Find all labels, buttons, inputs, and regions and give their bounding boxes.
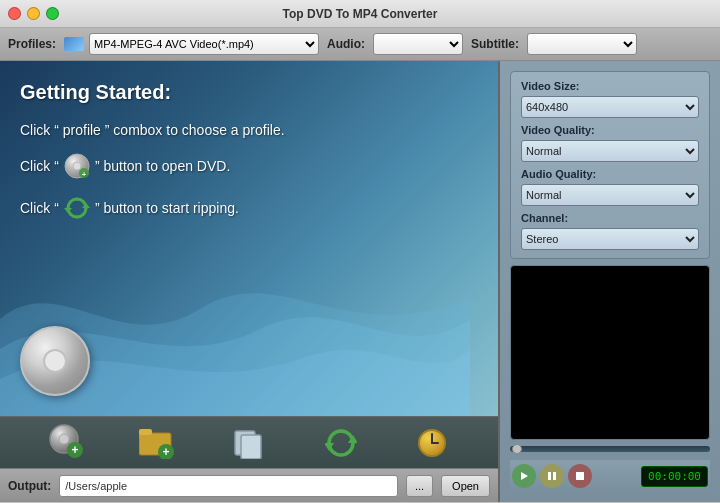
playback-controls: 00:00:00 [510, 460, 710, 492]
add-dvd-button[interactable]: + [47, 424, 85, 462]
svg-text:+: + [82, 170, 87, 179]
add-folder-button[interactable]: + [138, 424, 176, 462]
video-size-label: Video Size: [521, 80, 699, 92]
audio-quality-label: Audio Quality: [521, 168, 699, 180]
browse-button[interactable]: ... [406, 475, 433, 497]
stop-button[interactable] [568, 464, 592, 488]
left-panel: Getting Started: Click “ profile ” combo… [0, 61, 500, 502]
output-path-input[interactable] [59, 475, 398, 497]
left-toolbar: + + [0, 416, 498, 468]
output-label: Output: [8, 479, 51, 493]
open-dvd-icon: + [63, 152, 91, 180]
profiles-label: Profiles: [8, 37, 56, 51]
video-size-select[interactable]: 640x480 320x240 720x480 1280x720 [521, 96, 699, 118]
instruction-line-2: Click “ [20, 152, 478, 180]
svg-rect-26 [576, 472, 584, 480]
seek-thumb[interactable] [512, 444, 522, 454]
pause-button[interactable] [540, 464, 564, 488]
audio-quality-select[interactable]: Normal Low High [521, 184, 699, 206]
getting-started-area: Getting Started: Click “ profile ” combo… [0, 61, 498, 416]
audio-select[interactable] [373, 33, 463, 55]
instruction-line-1: Click “ profile ” combox to choose a pro… [20, 122, 478, 138]
svg-rect-25 [553, 472, 556, 480]
main-toolbar: Profiles: MP4-MPEG-4 AVC Video(*.mp4) Au… [0, 28, 720, 61]
audio-label: Audio: [327, 37, 365, 51]
getting-started-title: Getting Started: [20, 81, 478, 104]
maximize-button[interactable] [46, 7, 59, 20]
dvd-disc-decoration [20, 326, 90, 396]
svg-text:+: + [163, 445, 170, 459]
instruction-line-3: Click “ ” button to st [20, 194, 478, 222]
seek-bar[interactable] [510, 446, 710, 452]
main-content: Getting Started: Click “ profile ” combo… [0, 61, 720, 502]
subtitle-select[interactable] [527, 33, 637, 55]
video-quality-select[interactable]: Normal Low High Very High [521, 140, 699, 162]
video-preview [510, 265, 710, 440]
svg-text:+: + [71, 443, 78, 457]
play-button[interactable] [512, 464, 536, 488]
window-controls [8, 7, 59, 20]
instructions: Click “ profile ” combox to choose a pro… [20, 122, 478, 222]
convert-button[interactable] [322, 424, 360, 462]
profiles-select[interactable]: MP4-MPEG-4 AVC Video(*.mp4) [89, 33, 319, 55]
svg-marker-23 [521, 472, 528, 480]
svg-rect-24 [548, 472, 551, 480]
output-bar: Output: ... Open [0, 468, 498, 502]
start-ripping-icon [63, 194, 91, 222]
svg-rect-17 [241, 435, 261, 459]
svg-point-2 [73, 162, 81, 170]
subtitle-label: Subtitle: [471, 37, 519, 51]
close-button[interactable] [8, 7, 21, 20]
time-display: 00:00:00 [641, 466, 708, 487]
minimize-button[interactable] [27, 7, 40, 20]
svg-rect-13 [139, 429, 152, 435]
open-button[interactable]: Open [441, 475, 490, 497]
copy-button[interactable] [230, 424, 268, 462]
title-bar: Top DVD To MP4 Converter [0, 0, 720, 28]
timer-button[interactable] [413, 424, 451, 462]
channel-label: Channel: [521, 212, 699, 224]
video-quality-label: Video Quality: [521, 124, 699, 136]
right-panel: Video Size: 640x480 320x240 720x480 1280… [500, 61, 720, 502]
mp4-icon [64, 37, 84, 51]
settings-box: Video Size: 640x480 320x240 720x480 1280… [510, 71, 710, 259]
channel-select[interactable]: Stereo Mono 5.1 [521, 228, 699, 250]
window-title: Top DVD To MP4 Converter [283, 7, 438, 21]
svg-point-8 [59, 434, 69, 444]
